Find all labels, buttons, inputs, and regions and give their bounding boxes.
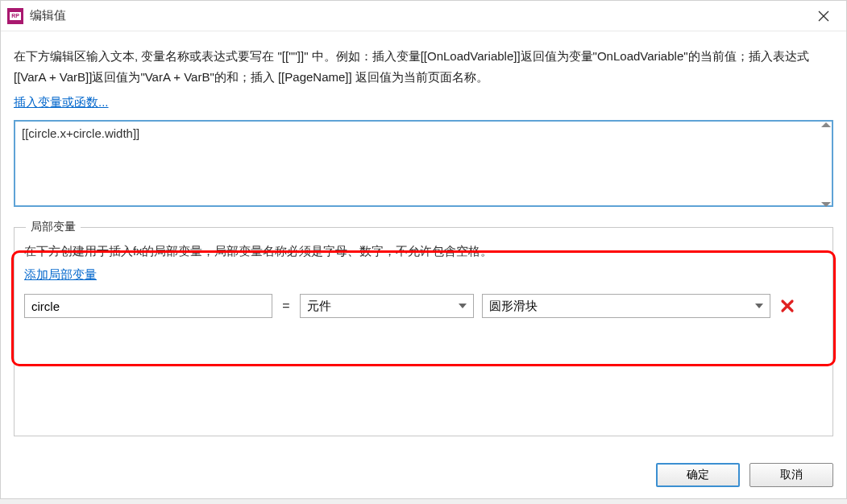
delete-var-button[interactable] (778, 297, 796, 315)
equals-label: = (280, 299, 292, 313)
expression-wrap (14, 120, 833, 209)
app-icon: RP (7, 8, 23, 24)
expression-input[interactable] (14, 120, 833, 207)
dialog-footer: 确定 取消 (656, 463, 833, 487)
local-vars-inner: 在下方创建用于插入fx的局部变量，局部变量名称必须是字母、数字，不允许包含空格。… (24, 228, 823, 318)
ok-button[interactable]: 确定 (656, 463, 740, 487)
dialog-content: 在下方编辑区输入文本, 变量名称或表达式要写在 "[[""]]" 中。例如：插入… (1, 31, 846, 436)
scroll-down-icon[interactable] (821, 202, 831, 207)
titlebar: RP 编辑值 (1, 1, 846, 31)
local-vars-fieldset: 局部变量 在下方创建用于插入fx的局部变量，局部变量名称必须是字母、数字，不允许… (14, 227, 833, 436)
var-target-value: 圆形滑块 (489, 299, 538, 314)
var-type-select[interactable]: 元件 (300, 294, 474, 318)
chevron-down-icon (755, 304, 763, 308)
var-name-input[interactable] (24, 294, 272, 318)
local-vars-instructions: 在下方创建用于插入fx的局部变量，局部变量名称必须是字母、数字，不允许包含空格。 (24, 242, 823, 261)
delete-icon (780, 299, 795, 313)
var-target-select[interactable]: 圆形滑块 (482, 294, 770, 318)
scroll-up-icon[interactable] (821, 122, 831, 127)
insert-variable-link[interactable]: 插入变量或函数... (14, 95, 109, 110)
local-vars-legend: 局部变量 (26, 220, 81, 234)
local-var-row: = 元件 圆形滑块 (24, 294, 823, 318)
dialog-window: RP 编辑值 在下方编辑区输入文本, 变量名称或表达式要写在 "[[""]]" … (0, 0, 847, 499)
chevron-down-icon (459, 304, 467, 308)
close-button[interactable] (808, 4, 840, 28)
window-title: 编辑值 (30, 8, 66, 23)
cancel-button[interactable]: 取消 (749, 463, 833, 487)
add-local-var-link[interactable]: 添加局部变量 (24, 267, 97, 283)
var-type-value: 元件 (307, 299, 331, 314)
instructions-text: 在下方编辑区输入文本, 变量名称或表达式要写在 "[[""]]" 中。例如：插入… (14, 46, 833, 87)
close-icon (818, 10, 829, 22)
app-icon-label: RP (10, 12, 21, 20)
